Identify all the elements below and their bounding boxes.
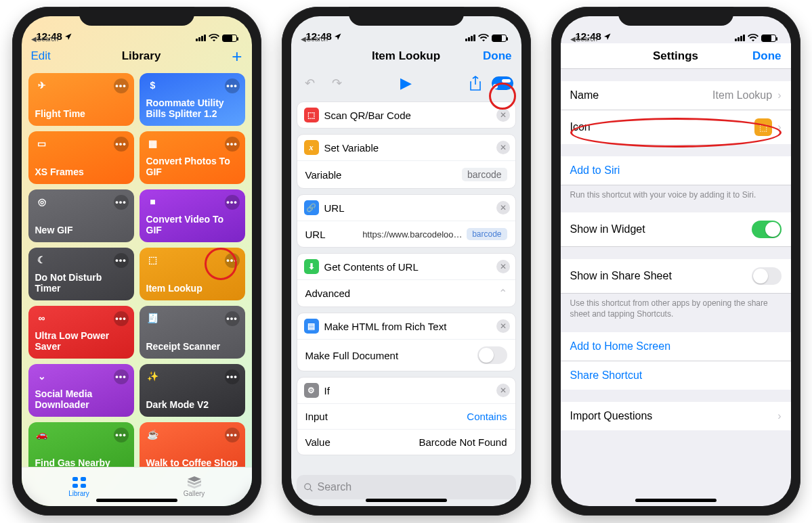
action-url[interactable]: 🔗URL✕ URLhttps://www.barcodelookup.com/b…	[297, 194, 516, 248]
shortcut-tile[interactable]: ⌄•••Social Media Downloader	[28, 364, 134, 417]
tile-more-button[interactable]: •••	[114, 137, 129, 152]
barcode-icon: ⬚	[304, 108, 319, 122]
edit-button[interactable]: Edit	[31, 49, 51, 63]
row-icon[interactable]: Icon⬚›	[561, 110, 791, 144]
tile-more-button[interactable]: •••	[114, 253, 129, 268]
done-button[interactable]: Done	[483, 49, 512, 63]
row-widget[interactable]: Show in Widget	[561, 212, 791, 247]
remove-button[interactable]: ✕	[496, 384, 510, 397]
param-row[interactable]: Variablebarcode	[297, 160, 515, 188]
action-label: Make HTML from Rich Text	[324, 321, 447, 332]
tile-more-button[interactable]: •••	[225, 311, 240, 326]
search-input[interactable]: Search	[297, 475, 516, 499]
shortcut-tile[interactable]: ■•••Convert Video To GIF	[140, 189, 245, 242]
tile-more-button[interactable]: •••	[225, 253, 240, 268]
tile-label: Social Media Downloader	[35, 388, 127, 410]
tile-icon: ■	[146, 195, 160, 208]
chevron-right-icon: ›	[777, 410, 781, 422]
tile-icon: ✨	[146, 369, 160, 383]
remove-button[interactable]: ✕	[496, 108, 510, 122]
sharesheet-switch[interactable]	[752, 267, 782, 285]
tab-library-label: Library	[68, 490, 89, 497]
row-home-screen[interactable]: Add to Home Screen	[561, 332, 791, 361]
shortcut-tile[interactable]: ∞•••Ultra Low Power Saver	[28, 306, 134, 359]
chevron-right-icon: ›	[777, 121, 781, 133]
tile-more-button[interactable]: •••	[114, 369, 129, 384]
tile-label: Item Lookup	[146, 283, 238, 294]
tile-more-button[interactable]: •••	[114, 428, 129, 442]
tile-label: Flight Time	[35, 108, 127, 119]
param-value[interactable]: barcode	[462, 168, 507, 181]
switch-off[interactable]	[477, 346, 507, 364]
action-list: ⬚Scan QR/Bar Code✕ xSet Variable✕ Variab…	[291, 97, 521, 471]
undo-button[interactable]: ↶	[299, 72, 321, 94]
back-crumb[interactable]: ◀ Search	[301, 35, 328, 43]
row-name[interactable]: NameItem Lookup›	[561, 81, 791, 110]
shortcut-tile[interactable]: ◎•••New GIF	[28, 189, 134, 242]
shortcut-tile[interactable]: ☾•••Do Not Disturb Timer	[28, 248, 134, 300]
play-button[interactable]: ▶	[396, 72, 417, 94]
shortcut-tile[interactable]: ⬚•••Item Lookup	[140, 248, 245, 300]
param-value[interactable]: Barcode Not Found	[419, 436, 507, 448]
shortcut-grid: ✈•••Flight Time$•••Roommate Utility Bill…	[22, 69, 252, 467]
chevron-right-icon: ›	[777, 89, 781, 101]
svg-point-4	[304, 483, 310, 489]
back-crumb[interactable]: ◀ Search	[570, 35, 598, 43]
shortcut-tile[interactable]: ✈•••Flight Time	[28, 73, 134, 126]
tile-more-button[interactable]: •••	[225, 195, 240, 210]
tile-more-button[interactable]: •••	[114, 78, 129, 93]
widget-switch[interactable]	[752, 221, 782, 238]
action-if[interactable]: ⚙If✕ InputContains ValueBarcode Not Foun…	[297, 377, 516, 455]
home-indicator[interactable]	[635, 499, 717, 502]
action-get-contents[interactable]: ⬇Get Contents of URL✕ Advanced⌃	[297, 253, 516, 307]
home-indicator[interactable]	[96, 499, 177, 502]
row-add-siri[interactable]: Add to Siri	[561, 156, 791, 185]
shortcut-tile[interactable]: ✨•••Dark Mode V2	[140, 364, 245, 417]
param-row[interactable]: InputContains	[297, 403, 515, 429]
settings-navbar: Settings Done	[561, 43, 791, 69]
remove-button[interactable]: ✕	[496, 319, 510, 333]
shortcut-tile[interactable]: 🧾•••Receipt Scanner	[140, 306, 245, 359]
shortcut-tile[interactable]: ▭•••XS Frames	[28, 131, 134, 184]
remove-button[interactable]: ✕	[496, 141, 510, 154]
back-crumb[interactable]: ◀ Search	[31, 35, 59, 43]
row-import-questions[interactable]: Import Questions›	[561, 402, 791, 430]
param-row[interactable]: Make Full Document	[297, 339, 515, 371]
variable-token[interactable]: barcode	[467, 228, 507, 240]
tile-more-button[interactable]: •••	[225, 369, 240, 384]
shortcut-tile[interactable]: ☕•••Walk to Coffee Shop	[140, 422, 245, 467]
sharesheet-note: Use this shortcut from other apps by ope…	[561, 294, 791, 319]
phone-library: ◀ Search 12:48 Edit Library + ✈•••Flight…	[12, 7, 261, 516]
advanced-toggle[interactable]: Advanced⌃	[297, 279, 515, 306]
editor-toolbar: ↶ ↷ ▶	[291, 69, 521, 97]
home-indicator[interactable]	[366, 499, 447, 502]
param-row[interactable]: ValueBarcode Not Found	[297, 429, 515, 455]
add-button[interactable]: +	[232, 46, 242, 67]
action-set-variable[interactable]: xSet Variable✕ Variablebarcode	[297, 134, 516, 189]
action-make-html[interactable]: ▤Make HTML from Rich Text✕ Make Full Doc…	[297, 313, 516, 371]
row-share-shortcut[interactable]: Share Shortcut	[561, 361, 791, 390]
settings-toggle-button[interactable]	[492, 76, 513, 90]
param-row[interactable]: URLhttps://www.barcodelookup.com/barcode	[297, 221, 515, 247]
row-share-sheet[interactable]: Show in Share Sheet	[561, 259, 791, 294]
param-value[interactable]: Contains	[467, 411, 507, 422]
shortcut-tile[interactable]: ▦•••Convert Photos To GIF	[140, 131, 245, 184]
tile-more-button[interactable]: •••	[225, 428, 240, 442]
tile-more-button[interactable]: •••	[114, 311, 129, 326]
action-scan[interactable]: ⬚Scan QR/Bar Code✕	[297, 101, 516, 129]
done-button[interactable]: Done	[752, 49, 782, 63]
search-placeholder: Search	[318, 481, 352, 493]
library-navbar: Edit Library +	[22, 43, 252, 69]
remove-button[interactable]: ✕	[496, 201, 510, 214]
shortcut-tile[interactable]: 🚗•••Find Gas Nearby	[28, 422, 134, 467]
shortcut-tile[interactable]: $•••Roommate Utility Bills Splitter 1.2	[140, 73, 245, 126]
redo-button[interactable]: ↷	[326, 72, 348, 94]
tile-more-button[interactable]: •••	[114, 195, 129, 210]
remove-button[interactable]: ✕	[496, 260, 510, 273]
tile-more-button[interactable]: •••	[225, 137, 240, 152]
action-label: Set Variable	[324, 142, 379, 154]
share-button[interactable]	[465, 72, 486, 94]
page-title: Settings	[653, 49, 698, 63]
tile-more-button[interactable]: •••	[225, 78, 240, 93]
page-title: Item Lookup	[372, 49, 440, 63]
